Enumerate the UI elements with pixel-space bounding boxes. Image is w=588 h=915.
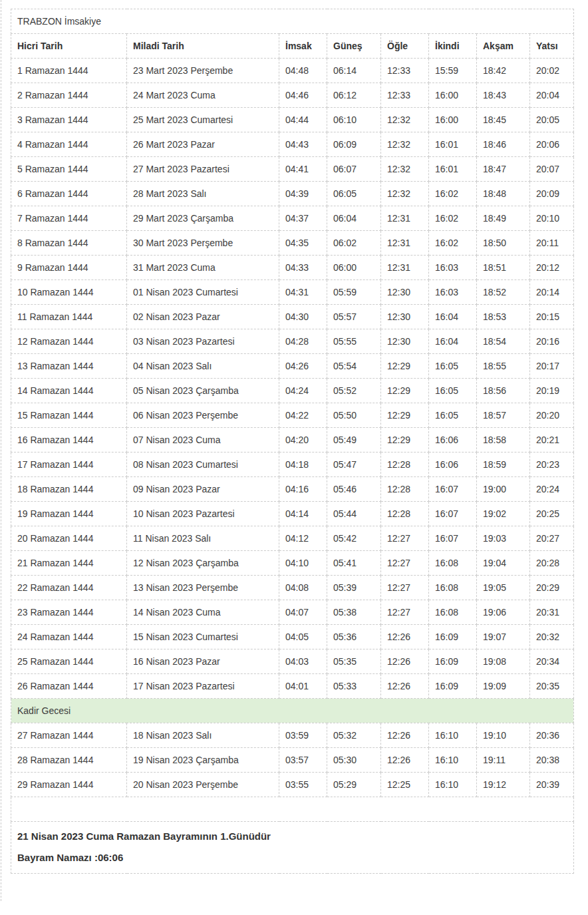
table-cell: 05:46 bbox=[327, 477, 381, 502]
table-cell: 04:07 bbox=[279, 600, 327, 625]
table-cell: 13 Ramazan 1444 bbox=[11, 354, 127, 379]
table-cell: 12:26 bbox=[381, 674, 429, 699]
table-cell: 16:09 bbox=[429, 674, 477, 699]
table-cell: 2 Ramazan 1444 bbox=[11, 83, 127, 108]
table-cell: 05:44 bbox=[327, 502, 381, 526]
table-cell: 02 Nisan 2023 Pazar bbox=[127, 305, 279, 329]
table-row: 24 Ramazan 144415 Nisan 2023 Cumartesi04… bbox=[11, 625, 574, 649]
table-cell: 12:26 bbox=[381, 625, 429, 649]
table-cell: 20:15 bbox=[530, 305, 574, 329]
table-cell: 16:01 bbox=[429, 157, 477, 182]
table-cell: 22 Ramazan 1444 bbox=[11, 576, 127, 600]
table-cell: 10 Ramazan 1444 bbox=[11, 280, 127, 305]
table-cell: 04:37 bbox=[279, 206, 327, 231]
table-cell: 3 Ramazan 1444 bbox=[11, 108, 127, 132]
table-cell: 18:50 bbox=[477, 231, 530, 256]
table-row: 15 Ramazan 144406 Nisan 2023 Perşembe04:… bbox=[11, 403, 574, 428]
table-cell: 18:45 bbox=[477, 108, 530, 132]
table-cell: 16:01 bbox=[429, 132, 477, 157]
table-cell: 19:10 bbox=[477, 723, 530, 748]
title-row: TRABZON İmsakiye bbox=[11, 9, 574, 34]
table-cell: 20:12 bbox=[530, 256, 574, 280]
table-cell: 20:02 bbox=[530, 59, 574, 83]
column-header: Yatsı bbox=[530, 34, 574, 59]
table-cell: 5 Ramazan 1444 bbox=[11, 157, 127, 182]
table-cell: 19 Nisan 2023 Çarşamba bbox=[127, 748, 279, 773]
table-cell: 20:16 bbox=[530, 329, 574, 354]
table-cell: 20 Nisan 2023 Perşembe bbox=[127, 773, 279, 797]
table-cell: 12:26 bbox=[381, 723, 429, 748]
table-cell: 20:17 bbox=[530, 354, 574, 379]
table-cell: 04:10 bbox=[279, 551, 327, 576]
spacer-row bbox=[11, 797, 574, 822]
table-cell: 8 Ramazan 1444 bbox=[11, 231, 127, 256]
table-cell: 05:36 bbox=[327, 625, 381, 649]
table-cell: 20:25 bbox=[530, 502, 574, 526]
table-cell: 18 Nisan 2023 Salı bbox=[127, 723, 279, 748]
table-cell: 19:02 bbox=[477, 502, 530, 526]
table-cell: 18:47 bbox=[477, 157, 530, 182]
table-cell: 20:36 bbox=[530, 723, 574, 748]
table-cell: 06 Nisan 2023 Perşembe bbox=[127, 403, 279, 428]
table-cell: 20:23 bbox=[530, 453, 574, 477]
table-cell: 19:00 bbox=[477, 477, 530, 502]
table-cell: 04:05 bbox=[279, 625, 327, 649]
table-cell: 19:04 bbox=[477, 551, 530, 576]
table-cell: 16:08 bbox=[429, 600, 477, 625]
table-cell: 01 Nisan 2023 Cumartesi bbox=[127, 280, 279, 305]
table-cell: 12:30 bbox=[381, 329, 429, 354]
kadir-gecesi-row: Kadir Gecesi bbox=[11, 699, 574, 723]
table-row: 11 Ramazan 144402 Nisan 2023 Pazar04:300… bbox=[11, 305, 574, 329]
table-cell: 16:04 bbox=[429, 329, 477, 354]
table-cell: 20:10 bbox=[530, 206, 574, 231]
table-cell: 18:46 bbox=[477, 132, 530, 157]
table-cell: 16:07 bbox=[429, 477, 477, 502]
table-cell: 24 Mart 2023 Cuma bbox=[127, 83, 279, 108]
table-cell: 29 Ramazan 1444 bbox=[11, 773, 127, 797]
footer-cell: 21 Nisan 2023 Cuma Ramazan Bayramının 1.… bbox=[11, 822, 574, 874]
table-cell: 06:00 bbox=[327, 256, 381, 280]
table-cell: 18:58 bbox=[477, 428, 530, 453]
table-cell: 18:55 bbox=[477, 354, 530, 379]
table-cell: 18:48 bbox=[477, 182, 530, 206]
table-row: 16 Ramazan 144407 Nisan 2023 Cuma04:2005… bbox=[11, 428, 574, 453]
table-cell: 04:44 bbox=[279, 108, 327, 132]
page-title: TRABZON İmsakiye bbox=[11, 9, 574, 34]
table-cell: 05:52 bbox=[327, 379, 381, 403]
table-cell: 06:12 bbox=[327, 83, 381, 108]
table-cell: 16:02 bbox=[429, 231, 477, 256]
table-cell: 04:22 bbox=[279, 403, 327, 428]
table-cell: 05:42 bbox=[327, 526, 381, 551]
page-left-border bbox=[1, 0, 1, 901]
table-cell: 29 Mart 2023 Çarşamba bbox=[127, 206, 279, 231]
table-cell: 18:51 bbox=[477, 256, 530, 280]
table-cell: 16 Ramazan 1444 bbox=[11, 428, 127, 453]
table-cell: 05:32 bbox=[327, 723, 381, 748]
table-cell: 14 Nisan 2023 Cuma bbox=[127, 600, 279, 625]
table-cell: 06:07 bbox=[327, 157, 381, 182]
table-row: 5 Ramazan 144427 Mart 2023 Pazartesi04:4… bbox=[11, 157, 574, 182]
table-cell: 20:24 bbox=[530, 477, 574, 502]
table-body-after-kadir: 27 Ramazan 144418 Nisan 2023 Salı03:5905… bbox=[11, 723, 574, 797]
table-cell: 12:27 bbox=[381, 551, 429, 576]
table-cell: 12:28 bbox=[381, 477, 429, 502]
table-cell: 05:55 bbox=[327, 329, 381, 354]
table-cell: 04:20 bbox=[279, 428, 327, 453]
table-cell: 05:50 bbox=[327, 403, 381, 428]
table-row: 10 Ramazan 144401 Nisan 2023 Cumartesi04… bbox=[11, 280, 574, 305]
table-cell: 9 Ramazan 1444 bbox=[11, 256, 127, 280]
table-cell: 04:26 bbox=[279, 354, 327, 379]
table-row: 19 Ramazan 144410 Nisan 2023 Pazartesi04… bbox=[11, 502, 574, 526]
table-cell: 05:30 bbox=[327, 748, 381, 773]
table-cell: 7 Ramazan 1444 bbox=[11, 206, 127, 231]
table-cell: 18:54 bbox=[477, 329, 530, 354]
table-cell: 15 Nisan 2023 Cumartesi bbox=[127, 625, 279, 649]
table-cell: 20:38 bbox=[530, 748, 574, 773]
table-cell: 16:05 bbox=[429, 403, 477, 428]
imsakiye-table: TRABZON İmsakiye Hicri TarihMiladi Tarih… bbox=[11, 9, 574, 874]
table-cell: 23 Mart 2023 Perşembe bbox=[127, 59, 279, 83]
table-cell: 16:05 bbox=[429, 379, 477, 403]
table-row: 4 Ramazan 144426 Mart 2023 Pazar04:4306:… bbox=[11, 132, 574, 157]
table-cell: 06:05 bbox=[327, 182, 381, 206]
table-cell: 18:49 bbox=[477, 206, 530, 231]
